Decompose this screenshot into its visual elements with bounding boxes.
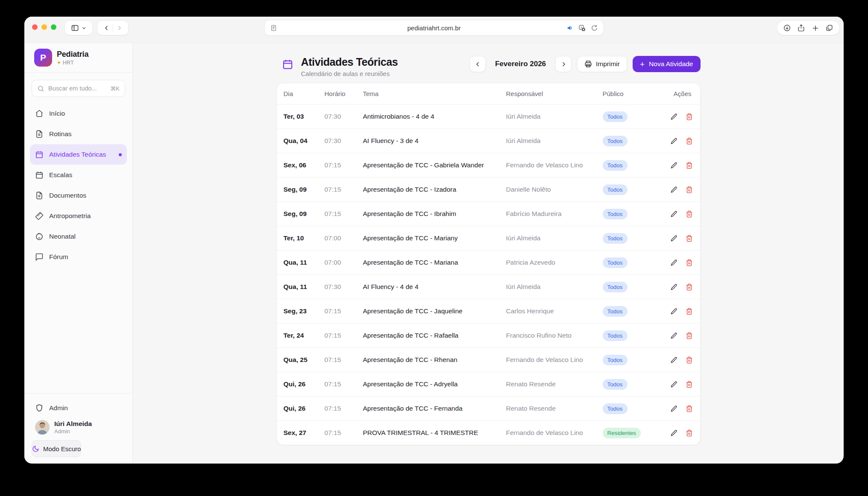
edit-button[interactable]	[670, 113, 677, 120]
table-row: Sex, 27 07:15 PROVA TRIMESTRAL - 4 TRIME…	[277, 420, 700, 445]
sidebar-item-rotinas[interactable]: Rotinas	[30, 124, 127, 144]
table-row: Ter, 03 07:30 Antimicrobianos - 4 de 4 I…	[277, 104, 700, 128]
cell-dia: Qua, 11	[284, 283, 325, 291]
cell-tema: Apresentação de TCC - Izadora	[363, 186, 506, 193]
share-icon[interactable]	[797, 24, 805, 32]
trash-icon	[686, 308, 693, 315]
sidebar-item-inicio[interactable]: Início	[30, 103, 127, 124]
delete-button[interactable]	[686, 259, 693, 266]
pencil-icon	[670, 381, 677, 388]
delete-button[interactable]	[686, 356, 693, 364]
publico-badge: Todos	[603, 184, 628, 195]
edit-button[interactable]	[670, 235, 677, 242]
translate-icon[interactable]: A	[578, 24, 586, 32]
sidebar-item-escalas[interactable]: Escalas	[30, 165, 127, 185]
sidebar-toggle-group	[65, 21, 92, 35]
table-row: Qui, 26 07:15 Apresentação de TCC - Fern…	[277, 396, 700, 420]
delete-button[interactable]	[686, 137, 693, 145]
back-button[interactable]	[103, 25, 110, 31]
zoom-window-button[interactable]	[51, 24, 56, 30]
delete-button[interactable]	[686, 332, 693, 339]
reload-icon[interactable]	[591, 24, 598, 32]
edit-button[interactable]	[670, 259, 677, 266]
user-profile[interactable]: Iúri Almeida Admin	[30, 420, 127, 435]
chevron-down-icon[interactable]	[82, 26, 86, 30]
chevron-left-icon	[475, 61, 481, 67]
edit-button[interactable]	[670, 186, 677, 193]
print-button[interactable]: Imprimir	[577, 56, 627, 72]
user-name: Iúri Almeida	[54, 420, 92, 428]
prev-month-button[interactable]	[469, 56, 486, 72]
delete-button[interactable]	[686, 283, 693, 291]
edit-button[interactable]	[670, 162, 677, 169]
sidebar-item-forum[interactable]: Fórum	[30, 247, 127, 267]
cell-tema: Apresentação de TCC - Gabriela Wander	[363, 161, 506, 169]
user-role: Admin	[54, 428, 92, 435]
table-row: Ter, 24 07:15 Apresentação de TCC - Rafa…	[277, 323, 700, 347]
delete-button[interactable]	[686, 429, 693, 437]
delete-button[interactable]	[686, 381, 693, 388]
cell-responsavel: Carlos Henrique	[506, 307, 603, 315]
downloads-icon[interactable]	[783, 24, 791, 32]
forward-button[interactable]	[116, 25, 123, 31]
search-icon	[37, 85, 44, 92]
cell-dia: Qui, 26	[284, 405, 325, 412]
edit-button[interactable]	[670, 137, 677, 145]
sidebar-toggle-icon[interactable]	[71, 24, 79, 32]
cell-acoes	[670, 356, 693, 364]
trash-icon	[686, 210, 693, 218]
edit-button[interactable]	[670, 332, 677, 339]
cell-tema: AI Fluency - 4 de 4	[363, 283, 506, 291]
edit-button[interactable]	[670, 283, 677, 291]
address-bar[interactable]: pediatriahrt.com.br A	[265, 20, 603, 35]
close-window-button[interactable]	[32, 24, 38, 30]
audio-playing-icon[interactable]	[566, 24, 574, 32]
delete-button[interactable]	[686, 113, 693, 120]
edit-button[interactable]	[670, 308, 677, 315]
table-row: Seg, 23 07:15 Apresentação de TCC - Jaqu…	[277, 299, 700, 323]
minimize-window-button[interactable]	[41, 24, 47, 30]
edit-button[interactable]	[670, 429, 677, 437]
new-tab-icon[interactable]	[812, 24, 819, 32]
cell-acoes	[670, 259, 693, 266]
app-badge: HRT	[63, 60, 73, 66]
cell-responsavel: Fernando de Velasco Lino	[506, 429, 603, 437]
dark-mode-button[interactable]: Modo Escuro	[32, 440, 81, 457]
table-row: Qui, 26 07:15 Apresentação de TCC - Adry…	[277, 372, 700, 396]
table-row: Qua, 11 07:00 Apresentação de TCC - Mari…	[277, 250, 700, 274]
column-header-acoes: Ações	[670, 90, 692, 97]
browser-titlebar: pediatriahrt.com.br A	[24, 17, 844, 43]
delete-button[interactable]	[686, 186, 693, 193]
edit-button[interactable]	[670, 381, 677, 388]
delete-button[interactable]	[686, 235, 693, 242]
cell-horario: 07:15	[325, 356, 363, 364]
sidebar-item-atividades-teoricas[interactable]: Atividades Teóricas	[30, 144, 127, 165]
cell-horario: 07:30	[325, 137, 363, 145]
cell-horario: 07:15	[325, 332, 363, 339]
sidebar-item-antropometria[interactable]: Antropometria	[30, 206, 127, 226]
delete-button[interactable]	[686, 210, 693, 218]
sidebar-item-admin[interactable]: Admin	[30, 399, 127, 417]
trash-icon	[686, 429, 693, 437]
delete-button[interactable]	[686, 405, 693, 412]
new-activity-button[interactable]: + Nova Atividade	[633, 56, 701, 72]
edit-button[interactable]	[670, 356, 677, 364]
next-month-button[interactable]	[555, 56, 572, 72]
delete-button[interactable]	[686, 308, 693, 315]
edit-button[interactable]	[670, 210, 677, 218]
tab-overview-icon[interactable]	[825, 24, 833, 32]
page-calendar-icon	[282, 58, 293, 72]
sidebar-item-documentos[interactable]: Documentos	[30, 185, 127, 206]
toolbar-actions-group	[777, 21, 839, 35]
window-controls	[32, 24, 56, 30]
cell-tema: AI Fluency - 3 de 4	[363, 137, 506, 145]
pencil-icon	[670, 259, 677, 266]
sidebar-item-neonatal[interactable]: Neonatal	[30, 226, 127, 247]
search-input[interactable]: Buscar em tudo... ⌘K	[32, 80, 125, 97]
table-body: Ter, 03 07:30 Antimicrobianos - 4 de 4 I…	[277, 104, 700, 445]
publico-badge: Todos	[603, 306, 628, 317]
edit-button[interactable]	[670, 405, 677, 412]
avatar	[35, 420, 50, 435]
delete-button[interactable]	[686, 162, 693, 169]
cell-dia: Qua, 11	[284, 259, 325, 266]
